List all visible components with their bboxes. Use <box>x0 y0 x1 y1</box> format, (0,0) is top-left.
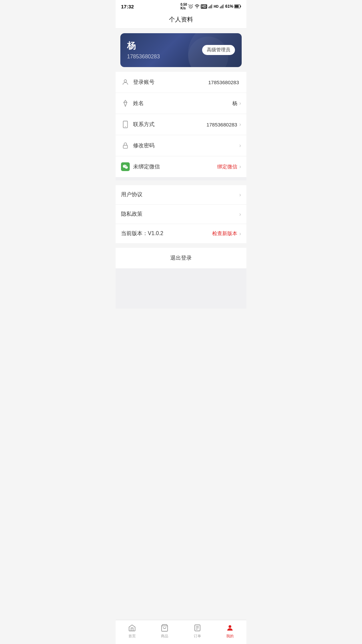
signal-icon <box>208 4 213 9</box>
contact-arrow: › <box>239 121 241 127</box>
status-bar: 17:32 0.50K/s HD HD 61% <box>116 0 246 11</box>
account-label: 登录账号 <box>133 79 208 86</box>
wechat-arrow: › <box>239 164 241 170</box>
name-arrow: › <box>239 100 241 106</box>
menu-item-name[interactable]: 姓名 杨 › <box>116 93 246 114</box>
signal-icon-2 <box>220 4 224 9</box>
page-title: 个人资料 <box>169 16 193 23</box>
privacy-arrow: › <box>239 211 241 217</box>
menu-section-1: 登录账号 17853680283 姓名 杨 › 联系方式 17853680283… <box>116 72 246 177</box>
name-value: 杨 <box>232 100 237 107</box>
alarm-icon <box>188 4 193 9</box>
wechat-label: 未绑定微信 <box>133 163 217 170</box>
svg-rect-5 <box>211 4 212 8</box>
page-title-bar: 个人资料 <box>116 11 246 29</box>
extra-space <box>116 268 246 309</box>
version-arrow: › <box>239 231 241 237</box>
version-label: 当前版本：V1.0.2 <box>121 230 212 237</box>
menu-section-2: 用户协议 › 隐私政策 › 当前版本：V1.0.2 检查新版本 › <box>116 185 246 243</box>
wifi-icon <box>194 4 200 9</box>
privacy-label: 隐私政策 <box>121 211 239 218</box>
version-value: 检查新版本 <box>212 230 237 237</box>
diamond-icon <box>121 99 130 108</box>
network-speed: 0.50K/s <box>181 3 187 10</box>
svg-rect-7 <box>221 6 222 8</box>
contact-value: 17853680283 <box>206 122 237 127</box>
menu-item-agreement[interactable]: 用户协议 › <box>116 185 246 205</box>
profile-info: 杨 17853680283 <box>127 40 160 60</box>
account-value: 17853680283 <box>208 79 239 85</box>
password-arrow: › <box>239 143 241 149</box>
lock-icon <box>121 141 130 150</box>
wechat-icon <box>121 162 130 171</box>
svg-rect-3 <box>209 6 210 8</box>
svg-rect-2 <box>208 7 209 8</box>
profile-phone: 17853680283 <box>127 54 160 60</box>
svg-rect-12 <box>235 5 239 8</box>
wechat-value: 绑定微信 <box>217 164 237 170</box>
status-icons: 0.50K/s HD HD 61% <box>181 3 241 10</box>
logout-section[interactable]: 退出登录 <box>116 248 246 268</box>
password-label: 修改密码 <box>133 142 237 149</box>
battery-icon <box>234 4 241 8</box>
svg-rect-11 <box>240 6 241 7</box>
menu-item-version[interactable]: 当前版本：V1.0.2 检查新版本 › <box>116 224 246 243</box>
menu-item-contact[interactable]: 联系方式 17853680283 › <box>116 114 246 135</box>
profile-badge: 高级管理员 <box>202 45 235 55</box>
name-label: 姓名 <box>133 100 232 107</box>
svg-rect-16 <box>123 145 128 148</box>
phone-icon <box>121 120 130 129</box>
svg-point-1 <box>197 8 197 8</box>
section-divider <box>116 177 246 180</box>
svg-rect-9 <box>223 4 224 8</box>
svg-rect-6 <box>220 7 221 8</box>
svg-point-13 <box>124 80 126 82</box>
menu-item-password[interactable]: 修改密码 › <box>116 135 246 156</box>
status-time: 17:32 <box>121 4 134 9</box>
battery-percent: 61% <box>225 4 233 9</box>
agreement-arrow: › <box>239 192 241 198</box>
person-icon <box>121 78 130 87</box>
contact-label: 联系方式 <box>133 121 206 128</box>
menu-item-privacy[interactable]: 隐私政策 › <box>116 205 246 224</box>
svg-rect-8 <box>222 5 223 8</box>
profile-card: 杨 17853680283 高级管理员 <box>120 33 242 67</box>
svg-rect-4 <box>210 5 211 8</box>
logout-text: 退出登录 <box>170 255 192 261</box>
agreement-label: 用户协议 <box>121 191 239 198</box>
menu-item-wechat[interactable]: 未绑定微信 绑定微信 › <box>116 156 246 177</box>
profile-name: 杨 <box>127 40 160 52</box>
menu-item-account[interactable]: 登录账号 17853680283 <box>116 72 246 93</box>
